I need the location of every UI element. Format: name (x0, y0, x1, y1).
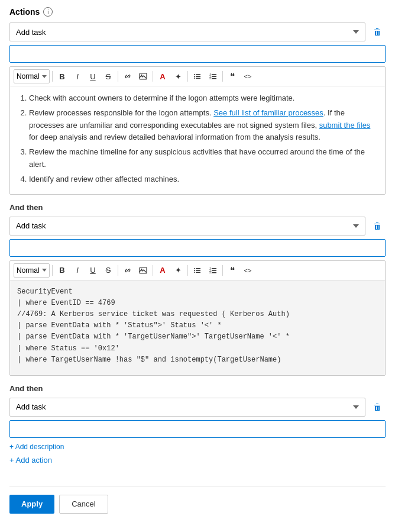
action-2-editor: Normal B I U S (9, 260, 386, 376)
svg-rect-9 (212, 74, 216, 75)
highlight-button[interactable]: ✦ (171, 69, 185, 83)
code-button[interactable]: <> (241, 69, 255, 83)
font-color-button[interactable]: A (156, 69, 170, 83)
action-3-delete-button[interactable] (369, 399, 386, 415)
image-button-2[interactable] (136, 263, 150, 278)
editor-list-item: Identify and review other affected machi… (29, 173, 378, 186)
add-description-link[interactable]: + Add description (9, 443, 64, 451)
add-action-link[interactable]: + Add action (9, 456, 52, 465)
toolbar-divider-4 (187, 71, 188, 82)
action-2-task-select[interactable]: Add task (9, 217, 365, 236)
underline-button-2[interactable]: U (86, 263, 100, 278)
footer-buttons: Apply Cancel (9, 495, 386, 514)
action-1-format-select[interactable]: Normal (14, 69, 50, 83)
toolbar-divider-a5 (222, 265, 223, 276)
svg-point-6 (194, 78, 195, 79)
svg-rect-27 (212, 272, 216, 273)
underline-button[interactable]: U (86, 69, 100, 83)
info-icon[interactable]: i (43, 7, 53, 17)
strikethrough-button[interactable]: S (101, 69, 115, 83)
bold-button[interactable]: B (55, 69, 69, 83)
apply-button[interactable]: Apply (9, 495, 54, 514)
svg-rect-7 (196, 78, 200, 79)
svg-rect-5 (196, 76, 200, 78)
editor-list-item: Review processes responsible for the log… (29, 107, 378, 144)
svg-rect-19 (196, 270, 200, 271)
actions-title: Actions (9, 7, 40, 17)
svg-point-16 (194, 268, 195, 269)
strikethrough-button-2[interactable]: S (101, 263, 115, 278)
actions-header: Actions i (9, 7, 386, 17)
svg-rect-21 (196, 272, 200, 273)
action-2-title-input[interactable]: Run query to explore last activities (9, 239, 386, 257)
bold-button-2[interactable]: B (55, 263, 69, 278)
svg-text:3.: 3. (209, 76, 212, 80)
action-3-title-input[interactable]: Stop suspicious process and isolate affe… (9, 420, 386, 438)
numbered-list-button-2[interactable]: 1. 2. 3. (206, 263, 220, 278)
editor-list-item: Review the machine timeline for any susp… (29, 146, 378, 171)
svg-point-4 (194, 76, 195, 77)
svg-rect-11 (212, 76, 216, 78)
and-then-2: And then (9, 384, 386, 393)
toolbar-divider-a3 (153, 265, 153, 276)
footer-divider (9, 486, 386, 486)
submit-files-link[interactable]: submit the files (319, 121, 371, 130)
toolbar-divider-1 (52, 71, 53, 82)
action-1-task-select[interactable]: Add task (9, 22, 365, 41)
action-2-delete-button[interactable] (369, 218, 386, 234)
toolbar-divider-a4 (187, 265, 188, 276)
svg-rect-3 (196, 74, 200, 75)
svg-rect-13 (212, 78, 216, 79)
action-3-block: Add task Stop suspicious process and iso… (9, 398, 386, 456)
action-2-format-select[interactable]: Normal (14, 263, 50, 278)
toolbar-divider-2 (118, 71, 118, 82)
bullet-list-button-2[interactable] (190, 263, 205, 278)
action-1-title-input[interactable]: Validate and scope the alert (9, 45, 386, 63)
svg-point-2 (194, 74, 195, 75)
bullet-list-button[interactable] (190, 69, 205, 83)
toolbar-divider-3 (153, 71, 153, 82)
action-1-block: Add task Validate and scope the alert No… (9, 22, 386, 195)
toolbar-divider-a2 (118, 265, 118, 276)
svg-point-18 (194, 270, 195, 271)
image-button[interactable] (136, 69, 150, 83)
blockquote-button[interactable]: ❝ (225, 69, 239, 83)
code-content: SecurityEvent| where EventID == 4769//47… (17, 286, 378, 366)
action-2-toolbar: Normal B I U S (10, 261, 385, 280)
blockquote-button-2[interactable]: ❝ (225, 263, 239, 278)
toolbar-divider-5 (222, 71, 223, 82)
svg-text:3.: 3. (209, 270, 212, 274)
action-1-delete-button[interactable] (369, 24, 386, 40)
action-2-code-editor-body[interactable]: SecurityEvent| where EventID == 4769//47… (10, 280, 385, 375)
action-1-toolbar: Normal B I U S (10, 67, 385, 86)
editor-list-item: Check with account owners to determine i… (29, 92, 378, 105)
action-2-block: Add task Run query to explore last activ… (9, 217, 386, 376)
action-2-task-row: Add task (9, 217, 386, 236)
svg-point-20 (194, 272, 195, 273)
toolbar-divider-a1 (52, 265, 53, 276)
cancel-button[interactable]: Cancel (59, 495, 108, 514)
italic-button-2[interactable]: I (70, 263, 85, 278)
svg-rect-23 (212, 268, 216, 269)
link-button[interactable] (121, 69, 135, 83)
code-button-2[interactable]: <> (241, 263, 255, 278)
familiar-processes-link[interactable]: See full list of familiar processes (213, 108, 323, 117)
svg-rect-25 (212, 270, 216, 271)
numbered-list-button[interactable]: 1. 2. 3. (206, 69, 220, 83)
action-1-editor: Normal B I U S (9, 66, 386, 195)
link-button-2[interactable] (121, 263, 135, 278)
action-3-task-select[interactable]: Add task (9, 398, 365, 417)
highlight-button-2[interactable]: ✦ (171, 263, 185, 278)
action-1-task-row: Add task (9, 22, 386, 41)
font-color-button-2[interactable]: A (156, 263, 170, 278)
action-3-task-row: Add task (9, 398, 386, 417)
italic-button[interactable]: I (70, 69, 85, 83)
action-1-editor-body[interactable]: Check with account owners to determine i… (10, 86, 385, 194)
and-then-1: And then (9, 203, 386, 212)
svg-rect-17 (196, 268, 200, 269)
